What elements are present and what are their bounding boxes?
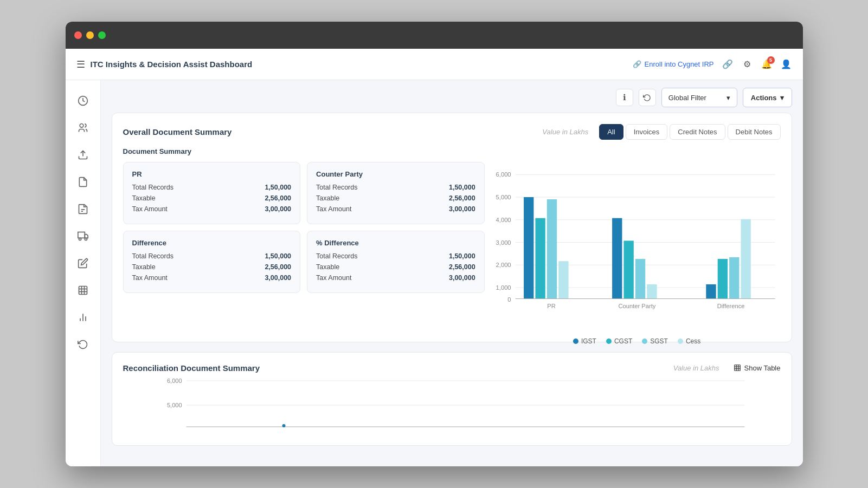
overall-summary-header: Overall Document Summary Value in Lakhs … <box>123 124 781 140</box>
counter-party-title: Counter Party <box>316 170 475 178</box>
svg-text:1,000: 1,000 <box>496 284 511 291</box>
main-layout: ℹ Global Filter ▾ Actions ▾ <box>66 80 803 466</box>
global-filter-dropdown[interactable]: Global Filter ▾ <box>661 88 737 107</box>
refresh-icon-btn[interactable] <box>639 89 656 106</box>
menu-icon[interactable]: ☰ <box>76 58 85 70</box>
svg-marker-6 <box>85 235 88 238</box>
svg-text:2,000: 2,000 <box>496 262 511 269</box>
recon-value-label: Value in Lakhs <box>673 364 719 372</box>
bar-chart-svg: 6,000 5,000 4,000 3,000 2,000 1,000 0 <box>493 162 781 330</box>
pctdiff-taxable: Taxable 2,56,000 <box>316 263 475 271</box>
svg-rect-5 <box>78 232 85 238</box>
user-icon[interactable]: 👤 <box>780 58 792 70</box>
tab-all[interactable]: All <box>599 124 623 140</box>
bar-diff-cgst <box>717 259 727 298</box>
svg-point-7 <box>79 238 81 240</box>
legend-dot-cgst <box>606 339 612 344</box>
legend-dot-cess <box>678 339 683 344</box>
sidebar <box>66 80 101 466</box>
legend-label-cess: Cess <box>686 337 700 345</box>
sidebar-item-table[interactable] <box>71 278 95 302</box>
svg-point-1 <box>80 124 83 128</box>
svg-text:Difference: Difference <box>717 303 744 309</box>
doc-summary-subtitle: Document Summary <box>123 147 781 155</box>
svg-point-8 <box>85 238 87 240</box>
difference-title: Difference <box>132 239 292 247</box>
sidebar-item-upload[interactable] <box>71 143 95 167</box>
svg-text:5,000: 5,000 <box>166 402 182 408</box>
close-button[interactable] <box>74 31 82 39</box>
bar-pr-cess <box>558 262 568 299</box>
maximize-button[interactable] <box>98 31 106 39</box>
notification-count: 5 <box>767 56 775 64</box>
notification-bell[interactable]: 🔔 5 <box>761 58 773 70</box>
legend-igst: IGST <box>573 337 596 345</box>
sidebar-item-truck[interactable] <box>71 224 95 248</box>
tab-debit-notes[interactable]: Debit Notes <box>728 124 781 140</box>
doc-tables: PR Total Records 1,50,000 Taxable 2,56,0… <box>123 162 485 330</box>
recon-header: Reconciliation Document Summary Value in… <box>123 363 781 373</box>
overall-summary-card: Overall Document Summary Value in Lakhs … <box>112 113 792 342</box>
summary-bottom-grid: Difference Total Records 1,50,000 Taxabl… <box>123 231 485 293</box>
filter-chevron: ▾ <box>726 94 730 102</box>
toolbar-row: ℹ Global Filter ▾ Actions ▾ <box>112 80 792 113</box>
svg-text:5,000: 5,000 <box>496 194 511 200</box>
actions-button[interactable]: Actions ▾ <box>743 88 792 107</box>
show-table-button[interactable]: Show Table <box>734 364 781 372</box>
diff-tax-amount: Tax Amount 3,00,000 <box>132 274 292 282</box>
summary-tab-group: All Invoices Credit Notes Debit Notes <box>599 124 780 140</box>
bar-pr-sgst <box>546 199 556 298</box>
sidebar-item-docs1[interactable] <box>71 170 95 194</box>
svg-text:0: 0 <box>507 296 511 303</box>
legend-dot-sgst <box>642 339 647 344</box>
bar-diff-cess <box>741 219 750 299</box>
settings-icon[interactable]: ⚙ <box>741 58 753 70</box>
pr-tax-amount: Tax Amount 3,00,000 <box>132 205 292 213</box>
app-title: ITC Insights & Decision Assist Dashboard <box>91 60 253 69</box>
pr-title: PR <box>132 170 292 178</box>
sidebar-item-history[interactable] <box>71 333 95 356</box>
sidebar-item-chart[interactable] <box>71 305 95 329</box>
minimize-button[interactable] <box>86 31 94 39</box>
enroll-button[interactable]: 🔗 Enroll into Cygnet IRP <box>633 60 714 68</box>
pctdiff-tax-amount: Tax Amount 3,00,000 <box>316 274 475 282</box>
diff-taxable: Taxable 2,56,000 <box>132 263 292 271</box>
bar-pr-cgst <box>535 218 545 299</box>
info-icon-btn[interactable]: ℹ <box>616 89 633 106</box>
bar-pr-igst <box>524 197 533 298</box>
sidebar-item-edit[interactable] <box>71 251 95 275</box>
legend-cgst: CGST <box>606 337 632 345</box>
legend-label-cgst: CGST <box>614 337 632 345</box>
sidebar-item-dashboard[interactable] <box>71 89 95 113</box>
bar-diff-sgst <box>729 257 739 298</box>
bar-cp-igst <box>612 218 622 299</box>
recon-chart-svg: 6,000 5,000 <box>123 378 781 432</box>
bar-diff-igst <box>706 284 716 298</box>
top-nav: ☰ ITC Insights & Decision Assist Dashboa… <box>66 49 803 80</box>
sidebar-item-users[interactable] <box>71 116 95 140</box>
enroll-icon: 🔗 <box>633 60 641 68</box>
difference-summary-box: Difference Total Records 1,50,000 Taxabl… <box>123 231 301 293</box>
tab-credit-notes[interactable]: Credit Notes <box>670 124 725 140</box>
recon-title: Reconciliation Document Summary <box>123 363 260 373</box>
svg-point-45 <box>282 424 285 427</box>
doc-summary-body: PR Total Records 1,50,000 Taxable 2,56,0… <box>123 162 781 330</box>
chart-legend: IGST CGST SGST <box>493 337 781 345</box>
pct-difference-title: % Difference <box>316 239 475 247</box>
legend-label-igst: IGST <box>581 337 596 345</box>
tab-invoices[interactable]: Invoices <box>626 124 668 140</box>
legend-dot-igst <box>573 339 578 344</box>
svg-text:6,000: 6,000 <box>166 378 182 384</box>
nav-right: 🔗 Enroll into Cygnet IRP 🔗 ⚙ 🔔 5 👤 <box>633 58 792 70</box>
overall-summary-title: Overall Document Summary <box>123 127 232 136</box>
cp-taxable: Taxable 2,56,000 <box>316 194 475 202</box>
link-icon[interactable]: 🔗 <box>722 58 734 70</box>
svg-rect-35 <box>734 365 740 371</box>
svg-text:PR: PR <box>547 303 556 309</box>
legend-label-sgst: SGST <box>650 337 668 345</box>
sidebar-item-docs2[interactable] <box>71 197 95 221</box>
summary-controls: Value in Lakhs All Invoices Credit Notes… <box>542 124 780 140</box>
pctdiff-total-records: Total Records 1,50,000 <box>316 252 475 260</box>
filter-label: Global Filter <box>668 94 706 102</box>
pr-summary-box: PR Total Records 1,50,000 Taxable 2,56,0… <box>123 162 301 224</box>
